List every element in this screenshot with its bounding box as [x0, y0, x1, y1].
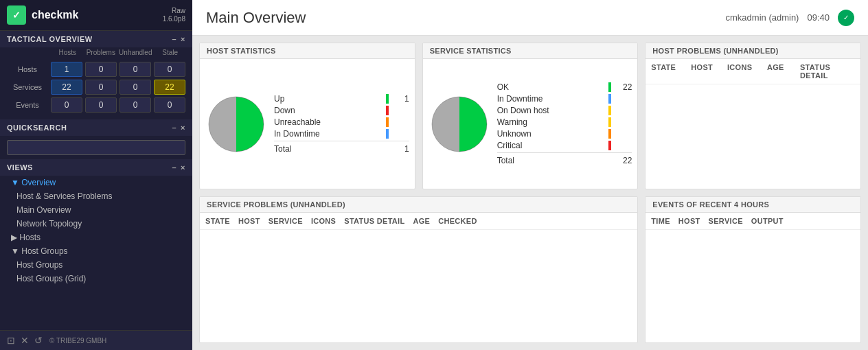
svc-bar-unknown — [608, 129, 611, 139]
ev-col-time: TIME — [651, 217, 670, 225]
service-problems-col-headers: STATE HOST SERVICE ICONS STATUS DETAIL A… — [200, 213, 637, 230]
topbar-right: cmkadmin (admin) 09:40 ✓ — [726, 10, 854, 26]
tactical-grid: Hosts 1 0 0 0 Services 22 0 0 22 Events … — [0, 58, 192, 119]
host-statistics-body: Up 1 Down Unreachable — [200, 59, 415, 189]
sp-col-icons: ICONS — [311, 217, 336, 225]
sidebar-item-overview[interactable]: ▼ Overview — [0, 176, 192, 189]
topbar-user: cmkadmin (admin) — [726, 12, 799, 23]
page-title: Main Overview — [206, 9, 306, 27]
svc-bar-ok — [608, 82, 611, 92]
hp-col-host: HOST — [691, 63, 722, 80]
hp-col-icons: ICONS — [727, 63, 762, 80]
logo-icon: ✓ — [7, 5, 26, 25]
tact-services-problems[interactable]: 0 — [85, 80, 117, 95]
sidebar-item-host-services-problems[interactable]: Host & Services Problems — [0, 189, 192, 203]
tact-events-unhandled[interactable]: 0 — [119, 97, 151, 113]
sidebar-icon-3[interactable]: ↺ — [34, 335, 43, 346]
views-minimize-icon[interactable]: – — [172, 163, 176, 172]
host-problems-header: HOST PROBLEMS (UNHANDLED) — [646, 43, 860, 59]
topbar: Main Overview cmkadmin (admin) 09:40 ✓ — [192, 0, 868, 36]
content: HOST STATISTICS — [192, 36, 868, 350]
service-problems-body — [200, 230, 637, 342]
sidebar-item-host-groups-grid[interactable]: Host Groups (Grid) — [0, 272, 192, 285]
close-icon[interactable]: × — [181, 35, 185, 43]
service-statistics-header: SERVICE STATISTICS — [423, 43, 638, 59]
quicksearch-label: QUICKSEARCH — [7, 124, 67, 132]
stats-row-up: Up 1 — [274, 94, 409, 104]
stats-bar-indowntime — [386, 129, 389, 139]
stats-label-up: Up — [274, 94, 382, 104]
views-section: ▼ Overview Host & Services Problems Main… — [0, 176, 192, 330]
tact-hosts-unhandled[interactable]: 0 — [119, 62, 151, 77]
qs-minimize-icon[interactable]: – — [172, 124, 176, 132]
sidebar-header: ✓ checkmk Raw1.6.0p8 — [0, 0, 192, 31]
tact-headers: Hosts Problems Unhandled Stale — [0, 47, 192, 58]
service-problems-header: SERVICE PROBLEMS (UNHANDLED) — [200, 197, 637, 213]
svc-total-label: Total — [497, 156, 514, 165]
footer-icons: ⊡ ✕ ↺ — [7, 335, 43, 346]
footer-copyright: © TRIBE29 GMBH — [49, 337, 106, 345]
events-body — [646, 230, 860, 342]
tact-services-value[interactable]: 22 — [51, 80, 82, 95]
sp-col-state: STATE — [205, 217, 230, 225]
tact-hosts-value[interactable]: 1 — [51, 62, 82, 77]
views-label: VIEWS — [7, 163, 33, 172]
svc-bar-warning — [608, 117, 611, 127]
host-statistics-header: HOST STATISTICS — [200, 43, 415, 59]
stats-total-value: 1 — [404, 144, 409, 154]
tact-header-hosts: Hosts — [52, 49, 83, 56]
tactical-overview-header: TACTICAL OVERVIEW – × — [0, 31, 192, 47]
minimize-icon[interactable]: – — [172, 35, 176, 43]
quicksearch-controls[interactable]: – × — [172, 124, 185, 132]
ev-col-service: SERVICE — [709, 217, 743, 225]
sidebar-item-main-overview[interactable]: Main Overview — [0, 203, 192, 217]
sidebar: ✓ checkmk Raw1.6.0p8 TACTICAL OVERVIEW –… — [0, 0, 192, 350]
stats-label-indowntime: In Downtime — [274, 129, 382, 139]
tact-services-unhandled[interactable]: 0 — [119, 80, 151, 95]
tact-services-label: Services — [7, 83, 48, 91]
tact-events-stale[interactable]: 0 — [154, 97, 185, 113]
sp-col-age: AGE — [413, 217, 430, 225]
sp-col-service: SERVICE — [269, 217, 303, 225]
search-input[interactable] — [7, 140, 185, 155]
qs-close-icon[interactable]: × — [181, 124, 185, 132]
host-statistics-panel: HOST STATISTICS — [199, 43, 415, 189]
tact-events-problems[interactable]: 0 — [85, 97, 117, 113]
tact-header-unhandled: Unhandled — [119, 49, 152, 56]
svc-label-ondownhost: On Down host — [497, 106, 605, 115]
tact-services-stale[interactable]: 22 — [154, 80, 185, 95]
tactical-controls[interactable]: – × — [172, 35, 185, 43]
svc-label-warning: Warning — [497, 117, 605, 127]
logo-text: checkmk — [32, 9, 79, 21]
svc-label-critical: Critical — [497, 141, 605, 150]
host-problems-body — [646, 84, 860, 189]
stats-label-down: Down — [274, 106, 382, 115]
svc-label-indowntime: In Downtime — [497, 94, 605, 104]
sidebar-item-host-groups[interactable]: Host Groups — [0, 258, 192, 272]
tactical-overview-label: TACTICAL OVERVIEW — [7, 35, 93, 43]
svc-row-unknown: Unknown — [497, 129, 632, 139]
svc-row-ok: OK 22 — [497, 82, 632, 92]
sp-col-checked: CHECKED — [438, 217, 477, 225]
views-controls[interactable]: – × — [172, 163, 185, 172]
stats-total: Total 1 — [274, 144, 409, 154]
sidebar-icon-2[interactable]: ✕ — [21, 335, 29, 346]
checkmk-nav-icon[interactable]: ✓ — [838, 10, 854, 26]
sidebar-icon-1[interactable]: ⊡ — [7, 335, 15, 346]
host-problems-col-headers: STATE HOST ICONS AGE STATUS DETAIL — [646, 59, 860, 84]
tact-hosts-stale[interactable]: 0 — [154, 62, 185, 77]
tact-events-label: Events — [7, 101, 48, 109]
views-header: VIEWS – × — [0, 159, 192, 176]
sp-col-status-detail: STATUS DETAIL — [344, 217, 404, 225]
stats-row-unreachable: Unreachable — [274, 117, 409, 127]
sidebar-item-hosts[interactable]: ▶ Hosts — [0, 231, 192, 244]
tact-events-value[interactable]: 0 — [51, 97, 82, 113]
sidebar-item-network-topology[interactable]: Network Topology — [0, 217, 192, 231]
hp-col-state: STATE — [651, 63, 685, 80]
sidebar-item-host-groups-section[interactable]: ▼ Host Groups — [0, 244, 192, 258]
service-statistics-panel: SERVICE STATISTICS — [422, 43, 639, 189]
views-close-icon[interactable]: × — [181, 163, 185, 172]
raw-badge: Raw1.6.0p8 — [163, 7, 185, 23]
tact-hosts-problems[interactable]: 0 — [85, 62, 117, 77]
svc-stats-total: Total 22 — [497, 156, 632, 165]
